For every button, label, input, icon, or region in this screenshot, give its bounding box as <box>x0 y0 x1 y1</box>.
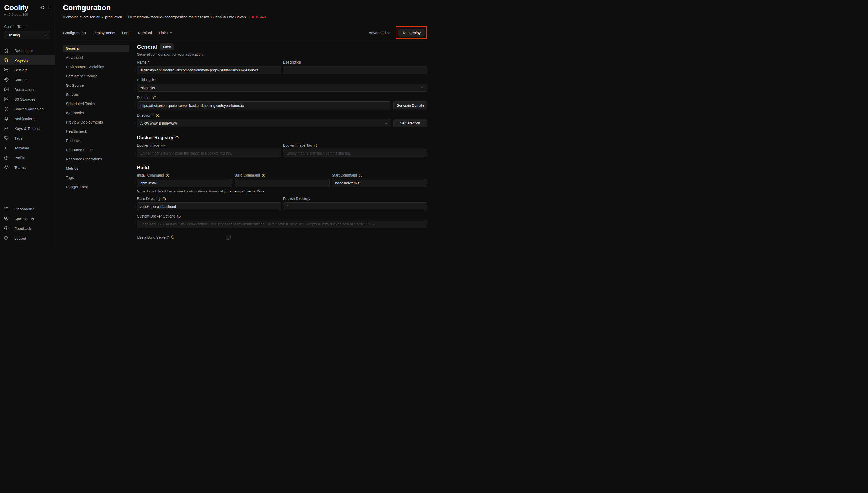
required-mark: * <box>152 113 154 117</box>
sidebar-item-destinations[interactable]: Destinations <box>0 85 54 94</box>
sidebar-item-keys-tokens[interactable]: Keys & Tokens <box>0 124 54 133</box>
subnav-preview-deployments[interactable]: Preview Deployments <box>63 119 129 126</box>
description-input[interactable] <box>283 66 427 74</box>
use-build-server-checkbox[interactable] <box>226 235 231 240</box>
docker-image-label: Docker Image <box>137 143 159 147</box>
docker-image-input[interactable] <box>137 149 281 157</box>
subnav-rollback[interactable]: Rollback <box>63 137 129 144</box>
chevron-down-icon <box>420 86 424 90</box>
theme-updown-icon[interactable] <box>47 6 50 9</box>
sidebar-item-teams[interactable]: Teams <box>0 163 54 172</box>
base-directory-label: Base Directory <box>137 196 161 201</box>
base-directory-input[interactable] <box>137 202 281 210</box>
sidebar-item-servers[interactable]: Servers <box>0 65 54 75</box>
subnav-danger-zone[interactable]: Danger Zone <box>63 183 129 190</box>
sidebar-item-projects[interactable]: Projects <box>0 55 54 65</box>
publish-directory-input[interactable] <box>283 202 427 210</box>
checklist-icon <box>4 206 9 212</box>
save-button[interactable]: Save <box>160 43 174 50</box>
sidebar-item-shared-variables[interactable]: (x) Shared Variables <box>0 104 54 114</box>
sidebar-item-label: Profile <box>14 155 25 160</box>
section-heading-docker-registry: Docker Registry <box>137 135 173 141</box>
docker-image-tag-label: Docker Image Tag <box>283 143 312 147</box>
sidebar-item-s3-storages[interactable]: S3 Storages <box>0 94 54 104</box>
set-direction-button[interactable]: Set Direction <box>393 119 427 127</box>
info-icon <box>171 235 175 239</box>
sidebar-item-sources[interactable]: Sources <box>0 75 54 85</box>
tab-logs[interactable]: Logs <box>122 30 131 35</box>
subnav-resource-limits[interactable]: Resource Limits <box>63 146 129 153</box>
direction-value: Allow www & non-www. <box>140 121 178 125</box>
sidebar-item-label: Feedback <box>14 226 31 231</box>
user-icon <box>4 155 9 160</box>
breadcrumb-separator: › <box>248 15 249 19</box>
subnav-metrics[interactable]: Metrics <box>63 165 129 172</box>
subnav-persistent-storage[interactable]: Persistent Storage <box>63 72 129 80</box>
domains-input[interactable] <box>137 102 391 109</box>
build-pack-select[interactable]: Nixpacks <box>137 84 427 92</box>
start-command-input[interactable] <box>332 179 427 187</box>
build-pack-label: Build Pack <box>137 78 154 82</box>
subnav-healthcheck[interactable]: Healthcheck <box>63 128 129 135</box>
sidebar-item-dashboard[interactable]: Dashboard <box>0 46 54 55</box>
breadcrumb-environment[interactable]: production <box>105 15 122 19</box>
custom-docker-options-input[interactable] <box>137 220 427 228</box>
direction-label: Direction <box>137 113 151 117</box>
docker-image-tag-input[interactable] <box>283 149 427 157</box>
subnav-scheduled-tasks[interactable]: Scheduled Tasks <box>63 100 129 107</box>
framework-docs-link[interactable]: Framework Specific Docs <box>227 189 264 193</box>
subnav-advanced[interactable]: Advanced <box>63 54 129 61</box>
sidebar-item-profile[interactable]: Profile <box>0 153 54 163</box>
sidebar-item-label: Servers <box>14 68 28 72</box>
subnav-environment-variables[interactable]: Environment Variables <box>63 63 129 70</box>
direction-select[interactable]: Allow www & non-www. <box>137 119 391 127</box>
advanced-dropdown[interactable]: Advanced <box>369 30 391 35</box>
chevron-down-icon <box>384 122 388 125</box>
sidebar-item-tags[interactable]: Tags <box>0 133 54 143</box>
sidebar-item-label: S3 Storages <box>14 97 36 102</box>
breadcrumb-application[interactable]: illicitestonion/-module--decomposition:m… <box>128 15 246 19</box>
tab-deployments[interactable]: Deployments <box>93 30 115 35</box>
team-select[interactable]: Hosting <box>4 31 50 39</box>
name-input[interactable] <box>137 66 281 74</box>
info-icon <box>262 173 266 177</box>
info-icon <box>175 136 179 140</box>
chevron-updown-icon <box>169 31 173 34</box>
subnav-general[interactable]: General <box>63 45 129 52</box>
info-icon <box>359 173 363 177</box>
tag-icon <box>4 135 9 141</box>
deploy-highlight-box: Deploy <box>395 26 427 39</box>
sidebar-item-label: Shared Variables <box>14 107 44 111</box>
tab-configuration[interactable]: Configuration <box>63 30 86 35</box>
sidebar-item-feedback[interactable]: Feedback <box>0 223 54 233</box>
sidebar-item-label: Tags <box>14 136 23 141</box>
sidebar-item-sponsor[interactable]: Sponsor us <box>0 214 54 223</box>
status-dot-icon <box>252 16 254 18</box>
tab-links[interactable]: Links <box>159 30 173 35</box>
sun-icon[interactable] <box>40 5 45 10</box>
sidebar-item-label: Dashboard <box>14 48 33 53</box>
tab-terminal[interactable]: Terminal <box>137 30 152 35</box>
subnav-tags[interactable]: Tags <box>63 174 129 181</box>
deploy-button[interactable]: Deploy <box>398 29 425 37</box>
install-command-input[interactable] <box>137 179 232 187</box>
sidebar-item-logout[interactable]: Logout <box>0 233 54 243</box>
subnav-webhooks[interactable]: Webhooks <box>63 109 129 116</box>
generate-domain-button[interactable]: Generate Domain <box>393 102 427 109</box>
build-command-input[interactable] <box>234 179 330 187</box>
subnav-git-source[interactable]: Git Source <box>63 82 129 89</box>
play-icon <box>402 30 406 35</box>
sidebar-item-terminal[interactable]: Terminal <box>0 143 54 153</box>
sidebar-item-onboarding[interactable]: Onboarding <box>0 204 54 214</box>
info-icon <box>153 96 157 100</box>
breadcrumb-project[interactable]: illicitonion quote server <box>63 15 99 19</box>
subnav-servers[interactable]: Servers <box>63 91 129 98</box>
sidebar-item-notifications[interactable]: Notifications <box>0 114 54 124</box>
users-icon <box>4 165 9 170</box>
required-mark: * <box>148 60 149 64</box>
breadcrumb-separator: › <box>102 15 103 19</box>
sidebar: Coolify v4.0.0-beta.399 Current Team Hos… <box>0 0 55 246</box>
subnav-resource-operations[interactable]: Resource Operations <box>63 155 129 163</box>
section-subtitle: General configuration for your applicati… <box>137 52 427 56</box>
build-pack-value: Nixpacks <box>140 86 155 90</box>
